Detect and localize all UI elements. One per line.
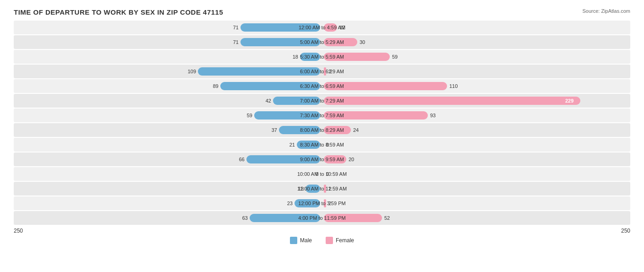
female-value: 2 bbox=[328, 201, 341, 206]
male-value: 109 bbox=[183, 69, 196, 74]
legend: Male Female bbox=[14, 237, 630, 244]
female-bar: 229 bbox=[324, 97, 580, 105]
male-value: 63 bbox=[235, 215, 248, 221]
right-section: 2 bbox=[322, 185, 630, 193]
chart-title: TIME OF DEPARTURE TO WORK BY SEX IN ZIP … bbox=[14, 8, 630, 16]
legend-female-box bbox=[326, 237, 333, 244]
right-section: 2 bbox=[322, 199, 630, 207]
female-bar bbox=[324, 53, 390, 61]
left-section: 18 bbox=[14, 53, 322, 61]
male-bar bbox=[254, 111, 320, 120]
female-bar bbox=[324, 67, 326, 76]
bar-row: 896:30 AM to 6:59 AM110 bbox=[14, 79, 630, 93]
right-section: 229 bbox=[322, 97, 630, 105]
left-section: 66 bbox=[14, 155, 322, 163]
left-section: 71 bbox=[14, 38, 322, 46]
left-section: 37 bbox=[14, 126, 322, 134]
right-section: 2 bbox=[322, 67, 630, 76]
bar-row: 634:00 PM to 11:59 PM52 bbox=[14, 211, 630, 225]
right-section: 59 bbox=[322, 53, 630, 61]
female-bar bbox=[324, 126, 351, 134]
male-bar bbox=[273, 97, 320, 105]
female-value: 12 bbox=[339, 25, 352, 30]
male-value: 37 bbox=[264, 127, 277, 133]
right-section: 0 bbox=[322, 141, 630, 149]
chart-container: TIME OF DEPARTURE TO WORK BY SEX IN ZIP … bbox=[0, 0, 644, 272]
female-value: 229 bbox=[565, 98, 578, 103]
right-section: 52 bbox=[322, 214, 630, 222]
left-section: 109 bbox=[14, 67, 322, 76]
legend-female-label: Female bbox=[336, 237, 354, 244]
bar-row: 1311:00 AM to 11:59 AM2 bbox=[14, 182, 630, 196]
female-value: 30 bbox=[360, 39, 372, 45]
male-value: 0 bbox=[306, 171, 318, 177]
female-value: 20 bbox=[349, 157, 361, 162]
male-bar bbox=[295, 199, 320, 207]
legend-male: Male bbox=[290, 237, 312, 244]
right-section: 20 bbox=[322, 155, 630, 163]
bar-row: 1096:00 AM to 6:29 AM2 bbox=[14, 65, 630, 78]
left-section: 13 bbox=[14, 185, 322, 193]
female-bar bbox=[324, 111, 428, 120]
female-bar bbox=[324, 38, 357, 46]
male-bar bbox=[198, 67, 320, 76]
male-bar bbox=[240, 23, 320, 32]
axis-left: 250 bbox=[14, 228, 23, 234]
axis-labels: 250 250 bbox=[14, 228, 630, 234]
male-value: 42 bbox=[258, 98, 271, 103]
female-value: 52 bbox=[384, 215, 397, 221]
bar-row: 185:30 AM to 5:59 AM59 bbox=[14, 50, 630, 64]
bar-row: 010:00 AM to 10:59 AM0 bbox=[14, 167, 630, 181]
male-bar bbox=[300, 53, 320, 61]
legend-female: Female bbox=[326, 237, 354, 244]
male-value: 71 bbox=[226, 39, 239, 45]
female-bar bbox=[324, 23, 337, 32]
left-section: 63 bbox=[14, 214, 322, 222]
left-section: 71 bbox=[14, 23, 322, 32]
right-section: 24 bbox=[322, 126, 630, 134]
bar-row: 597:30 AM to 7:59 AM93 bbox=[14, 109, 630, 122]
source-text: Source: ZipAtlas.com bbox=[582, 8, 630, 14]
male-value: 59 bbox=[240, 113, 252, 118]
axis-right: 250 bbox=[621, 228, 630, 234]
female-value: 0 bbox=[326, 142, 339, 147]
female-value: 0 bbox=[326, 171, 339, 177]
female-value: 93 bbox=[430, 113, 443, 118]
female-bar bbox=[324, 185, 326, 193]
female-bar bbox=[324, 155, 346, 163]
left-section: 89 bbox=[14, 82, 322, 90]
female-value: 2 bbox=[328, 69, 341, 74]
male-value: 71 bbox=[226, 25, 239, 30]
male-bar bbox=[240, 38, 320, 46]
female-bar bbox=[324, 199, 326, 207]
legend-male-box bbox=[290, 237, 297, 244]
male-value: 13 bbox=[291, 186, 304, 191]
female-value: 2 bbox=[328, 186, 341, 191]
bar-row: 378:00 AM to 8:29 AM24 bbox=[14, 123, 630, 137]
right-section: 12 bbox=[322, 23, 630, 32]
male-bar bbox=[297, 141, 320, 149]
left-section: 42 bbox=[14, 97, 322, 105]
left-section: 21 bbox=[14, 141, 322, 149]
bar-row: 7112:00 AM to 4:59 AM12 bbox=[14, 21, 630, 34]
bar-row: 669:00 AM to 9:59 AM20 bbox=[14, 152, 630, 166]
female-value: 59 bbox=[392, 54, 405, 60]
male-bar bbox=[306, 185, 320, 193]
male-bar bbox=[250, 214, 320, 222]
male-bar bbox=[279, 126, 320, 134]
male-bar bbox=[246, 155, 320, 163]
legend-male-label: Male bbox=[300, 237, 312, 244]
right-section: 110 bbox=[322, 82, 630, 90]
bar-row: 2312:00 PM to 3:59 PM2 bbox=[14, 196, 630, 210]
male-value: 66 bbox=[232, 157, 245, 162]
rows-wrapper: 7112:00 AM to 4:59 AM12715:00 AM to 5:29… bbox=[14, 21, 630, 225]
male-value: 23 bbox=[280, 201, 293, 206]
female-value: 24 bbox=[353, 127, 366, 133]
male-bar bbox=[220, 82, 320, 90]
male-value: 89 bbox=[206, 83, 218, 89]
male-value: 21 bbox=[282, 142, 295, 147]
right-section: 30 bbox=[322, 38, 630, 46]
bar-row: 715:00 AM to 5:29 AM30 bbox=[14, 35, 630, 49]
bar-row: 218:30 AM to 8:59 AM0 bbox=[14, 138, 630, 152]
male-value: 18 bbox=[285, 54, 298, 60]
